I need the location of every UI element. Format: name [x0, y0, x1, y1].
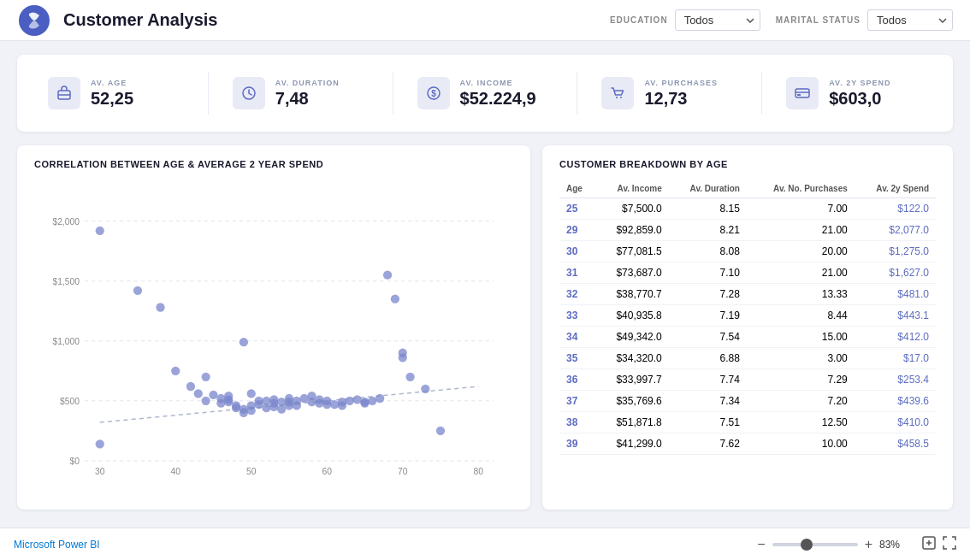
table-cell: 15.00	[747, 327, 855, 348]
svg-point-66	[307, 398, 316, 406]
col-spend: Av. 2y Spend	[855, 180, 936, 198]
table-scroll[interactable]: Age Av. Income Av. Duration Av. No. Purc…	[559, 180, 936, 455]
table-cell: 7.19	[669, 305, 747, 327]
table-cell: 7.28	[669, 284, 747, 305]
cart-icon	[609, 85, 626, 102]
table-cell: $443.1	[855, 305, 936, 327]
svg-point-78	[368, 397, 376, 405]
kpi-divider-4	[761, 72, 762, 115]
kpi-av-income-value: $52.224,9	[460, 89, 536, 109]
svg-point-30	[156, 303, 164, 311]
svg-rect-8	[796, 89, 809, 97]
svg-text:70: 70	[398, 467, 408, 476]
table-cell: 37	[559, 391, 596, 412]
table-row: 30$77,081.58.0820.00$1,275.0	[559, 241, 936, 262]
kpi-av-duration: AV. DURATION 7,48	[219, 68, 382, 118]
table-cell: 7.10	[669, 262, 747, 284]
table-header: Age Av. Income Av. Duration Av. No. Purc…	[559, 180, 936, 198]
education-select-wrap[interactable]: Todos	[675, 9, 760, 31]
zoom-slider[interactable]	[772, 543, 858, 546]
svg-text:$2,000: $2,000	[52, 217, 80, 227]
table-cell: 7.51	[669, 412, 747, 433]
zoom-in-button[interactable]: +	[865, 538, 872, 551]
table-cell: 39	[559, 433, 596, 455]
table-cell: 7.74	[669, 369, 747, 391]
svg-text:$: $	[431, 89, 436, 98]
svg-point-47	[247, 389, 256, 398]
table-header-row: Age Av. Income Av. Duration Av. No. Purc…	[559, 180, 936, 198]
table-body: 25$7,500.08.157.00$122.029$92,859.08.212…	[559, 198, 936, 455]
scatter-title: CORRELATION BETWEEN AGE & AVERAGE 2 YEAR…	[34, 159, 513, 169]
fullscreen-button[interactable]	[943, 536, 956, 552]
table-cell: 29	[559, 220, 596, 241]
table-row: 35$34,320.06.883.00$17.0	[559, 348, 936, 369]
svg-point-83	[399, 353, 407, 362]
table-cell: 32	[559, 284, 596, 305]
marital-select[interactable]: Todos	[867, 9, 953, 31]
svg-point-32	[186, 382, 195, 391]
fit-page-button[interactable]	[922, 536, 936, 552]
table-cell: $122.0	[855, 198, 936, 220]
education-select[interactable]: Todos	[675, 9, 760, 31]
svg-point-73	[338, 401, 346, 410]
table-cell: $253.4	[855, 369, 936, 391]
table-cell: $33,997.7	[596, 369, 669, 391]
svg-point-64	[300, 394, 309, 403]
header: Customer Analysis EDUCATION Todos MARITA…	[0, 0, 970, 41]
svg-point-51	[254, 400, 263, 409]
table-cell: 35	[559, 348, 596, 369]
svg-point-36	[209, 391, 217, 399]
table-cell: 20.00	[747, 241, 855, 262]
kpi-av-purchases-value: 12,73	[644, 89, 718, 109]
education-label: EDUCATION	[610, 15, 668, 25]
power-bi-link[interactable]: Microsoft Power BI	[14, 539, 100, 551]
table-cell: 36	[559, 369, 596, 391]
kpi-divider-2	[393, 72, 393, 115]
table-cell: 8.44	[747, 305, 855, 327]
card-icon	[794, 85, 811, 102]
header-filters: EDUCATION Todos MARITAL STATUS Todos	[610, 9, 953, 31]
table-cell: 21.00	[747, 262, 855, 284]
kpi-av-purchases: AV. PURCHASES 12,73	[588, 68, 751, 118]
marital-select-wrap[interactable]: Todos	[867, 9, 953, 31]
svg-text:$1,500: $1,500	[52, 277, 80, 286]
svg-text:80: 80	[474, 467, 484, 476]
svg-text:$1,000: $1,000	[52, 337, 80, 346]
col-age: Age	[559, 180, 596, 198]
table-cell: $51,871.8	[596, 412, 669, 433]
table-cell: 30	[559, 241, 596, 262]
table-cell: $439.6	[855, 391, 936, 412]
svg-point-33	[194, 389, 203, 398]
table-row: 31$73,687.07.1021.00$1,627.0	[559, 262, 936, 284]
svg-point-53	[262, 404, 270, 412]
svg-point-71	[330, 400, 339, 409]
table-cell: $35,769.6	[596, 391, 669, 412]
table-cell: 7.54	[669, 327, 747, 348]
table-cell: 6.88	[669, 348, 747, 369]
svg-text:60: 60	[322, 467, 333, 476]
zoom-out-button[interactable]: −	[757, 538, 765, 551]
svg-text:50: 50	[246, 467, 257, 476]
briefcase-icon	[56, 85, 73, 102]
kpi-av-age-label: AV. AGE	[91, 79, 133, 87]
table-cell: $49,342.0	[596, 327, 669, 348]
svg-point-6	[616, 97, 618, 98]
main-content: AV. AGE 52,25 AV. DURATION 7,48	[0, 41, 970, 523]
kpi-divider-3	[577, 72, 577, 115]
kpi-av-purchases-icon-wrap	[601, 77, 634, 109]
svg-point-38	[216, 394, 225, 403]
table-cell: $412.0	[855, 327, 936, 348]
kpi-av-age-value: 52,25	[91, 89, 133, 109]
kpi-av-income-info: AV. INCOME $52.224,9	[460, 79, 536, 109]
svg-point-68	[315, 395, 323, 404]
table-cell: $1,275.0	[855, 241, 936, 262]
kpi-av-age: AV. AGE 52,25	[34, 68, 198, 118]
svg-point-41	[224, 392, 233, 400]
svg-text:$0: $0	[69, 457, 80, 466]
table-cell: 10.00	[747, 433, 855, 455]
svg-text:40: 40	[171, 467, 181, 476]
svg-text:30: 30	[95, 467, 105, 476]
svg-point-84	[405, 373, 414, 381]
svg-point-28	[96, 227, 104, 235]
svg-point-70	[322, 400, 331, 409]
